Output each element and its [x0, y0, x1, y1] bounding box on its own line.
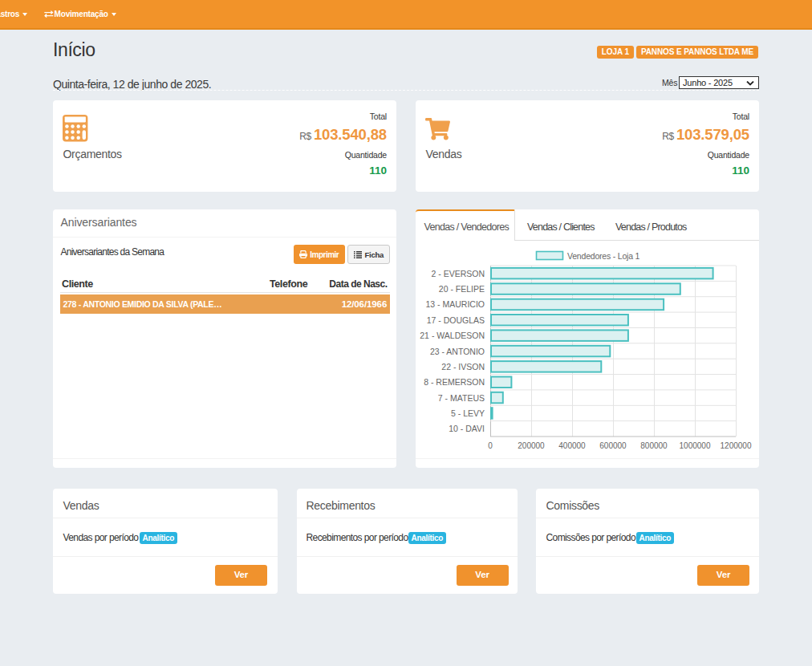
svg-text:22 - IVSON: 22 - IVSON — [441, 362, 485, 372]
svg-text:10 - DAVI: 10 - DAVI — [449, 424, 485, 433]
svg-text:1000000: 1000000 — [680, 441, 711, 450]
svg-text:7 - MATEUS: 7 - MATEUS — [438, 393, 485, 403]
svg-text:400000: 400000 — [558, 441, 586, 450]
svg-text:21 - WALDESON: 21 - WALDESON — [420, 331, 485, 340]
svg-text:Vendedores - Loja 1: Vendedores - Loja 1 — [567, 251, 640, 261]
svg-text:200000: 200000 — [518, 441, 545, 450]
svg-text:800000: 800000 — [640, 441, 668, 450]
svg-text:17 - DOUGLAS: 17 - DOUGLAS — [427, 315, 485, 325]
svg-text:13 - MAURICIO: 13 - MAURICIO — [425, 299, 485, 309]
svg-text:8 - REMERSON: 8 - REMERSON — [424, 377, 485, 387]
svg-text:0: 0 — [488, 441, 493, 450]
svg-text:23 - ANTONIO: 23 - ANTONIO — [430, 347, 485, 356]
svg-text:2 - EVERSON: 2 - EVERSON — [431, 269, 485, 278]
svg-text:5 - LEVY: 5 - LEVY — [451, 408, 485, 418]
svg-text:600000: 600000 — [599, 441, 627, 450]
svg-text:20 - FELIPE: 20 - FELIPE — [439, 284, 485, 294]
svg-text:1200000: 1200000 — [721, 441, 752, 450]
